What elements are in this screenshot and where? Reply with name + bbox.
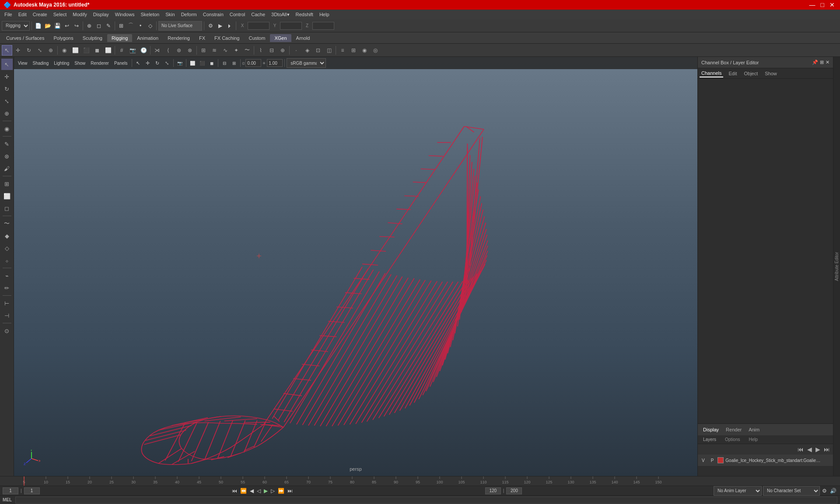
vp-wireframe-icon[interactable]: ⬜: [188, 59, 197, 67]
color-space-selector[interactable]: sRGB gamma: [287, 58, 326, 68]
motion-trail-tool[interactable]: ⌁: [1, 270, 13, 281]
tab-arnold[interactable]: Arnold: [292, 34, 315, 42]
vp-move-icon[interactable]: ✛: [144, 59, 152, 67]
next-key-button[interactable]: ⏩: [277, 488, 285, 494]
menu-3dtoall[interactable]: 3DtoAll▾: [269, 11, 292, 18]
xray-icon[interactable]: ⊡: [313, 45, 323, 56]
vp-render-icon[interactable]: ◼: [207, 59, 216, 67]
grid-icon[interactable]: #: [116, 45, 127, 56]
measure-tool[interactable]: ⊢: [1, 298, 13, 309]
viewport-renderer-menu[interactable]: Renderer: [88, 60, 111, 66]
viewport-lighting-menu[interactable]: Lighting: [52, 60, 71, 66]
playback-settings-icon[interactable]: ⚙: [821, 488, 828, 494]
transform-x-input[interactable]: [248, 22, 270, 30]
flat-shaded-icon[interactable]: ◼: [92, 45, 102, 56]
nparticle-icon[interactable]: ✦: [231, 45, 242, 56]
close-button[interactable]: ✕: [828, 1, 836, 8]
vp-film-gate-icon[interactable]: ⊞: [230, 59, 238, 67]
annotate-tool[interactable]: ⊣: [1, 310, 13, 321]
attr-editor-strip[interactable]: Attribute Editor: [833, 57, 840, 476]
menu-file[interactable]: File: [2, 11, 15, 18]
snap-point2-icon[interactable]: ·: [291, 45, 301, 56]
rotate-left-tool[interactable]: ↻: [1, 83, 13, 94]
menu-skeleton[interactable]: Skeleton: [138, 11, 162, 18]
viewport-shading-menu[interactable]: Shading: [31, 60, 51, 66]
range-end-input[interactable]: 200: [506, 487, 522, 494]
play-forward-button[interactable]: ▶: [263, 488, 269, 494]
anim-layer-tab[interactable]: Anim: [746, 426, 762, 433]
open-file-icon[interactable]: 📂: [43, 21, 52, 30]
vp-camera-icon[interactable]: 📷: [175, 59, 184, 67]
transform-z-input[interactable]: [312, 22, 334, 30]
menu-edit[interactable]: Edit: [16, 11, 29, 18]
universal-tool[interactable]: ⊕: [46, 45, 56, 56]
last-used-tool[interactable]: ◻: [1, 203, 13, 214]
scale-left-tool[interactable]: ⤡: [1, 95, 13, 107]
universal-left-tool[interactable]: ⊕: [1, 108, 13, 119]
tab-curves-surfaces[interactable]: Curves / Surfaces: [2, 34, 49, 42]
next-frame-button[interactable]: ▷: [270, 488, 276, 494]
vp-smooth-icon[interactable]: ⬛: [198, 59, 206, 67]
end-frame-input[interactable]: 120: [485, 487, 501, 494]
menu-create[interactable]: Create: [30, 11, 50, 18]
soft-mod-tool[interactable]: ◉: [1, 123, 13, 134]
ipr-render-icon[interactable]: ⏵: [225, 21, 234, 30]
ncloth-icon[interactable]: ≋: [209, 45, 220, 56]
snap-surface-icon[interactable]: ◇: [146, 21, 154, 30]
history-icon[interactable]: 🕐: [138, 45, 149, 56]
tab-xgen[interactable]: XGen: [270, 34, 291, 42]
layer-next-btn[interactable]: ⏭: [822, 446, 831, 453]
fluid-icon[interactable]: 〜: [242, 45, 252, 56]
nhair-icon[interactable]: ∿: [220, 45, 231, 56]
camera-icon[interactable]: 📷: [127, 45, 138, 56]
render-layer-tab[interactable]: Render: [723, 426, 744, 433]
tab-fx-caching[interactable]: FX Caching: [210, 34, 244, 42]
tab-custom[interactable]: Custom: [245, 34, 270, 42]
layer-name[interactable]: Goalie_Ice_Hockey_Stick_mb_standart:Goal…: [725, 458, 822, 463]
display-layer-tab[interactable]: Display: [700, 426, 721, 433]
menu-windows[interactable]: Windows: [112, 11, 137, 18]
scale-tool[interactable]: ⤡: [35, 45, 45, 56]
deformer-icon[interactable]: ⌇: [256, 45, 266, 56]
default-object-tool[interactable]: ⬜: [1, 190, 13, 202]
object-tab[interactable]: Object: [742, 70, 760, 77]
weight-icon[interactable]: ⊗: [185, 45, 195, 56]
constraint-icon[interactable]: ⊞: [198, 45, 209, 56]
blend-icon[interactable]: ⊕: [277, 45, 288, 56]
wireframe-icon[interactable]: ⬜: [70, 45, 80, 56]
viewport-panels-menu[interactable]: Panels: [112, 60, 130, 66]
start-frame-input[interactable]: 1: [3, 487, 18, 494]
undo-icon[interactable]: ↩: [63, 21, 71, 30]
bbox-icon[interactable]: ⬜: [103, 45, 113, 56]
snap-point-icon[interactable]: •: [136, 21, 145, 30]
menu-modify[interactable]: Modify: [70, 11, 89, 18]
layer-forward-btn[interactable]: ▶: [814, 446, 822, 453]
lattice-icon[interactable]: ⊟: [266, 45, 277, 56]
timeline-ruler[interactable]: 5 10 15 20 25 30 35 40 45 50 55 60 65 70…: [0, 476, 840, 486]
backface-icon[interactable]: ◫: [324, 45, 334, 56]
lasso-icon[interactable]: ◻: [94, 21, 103, 30]
render-settings-icon[interactable]: ⚙: [206, 21, 215, 30]
display-layer-icon[interactable]: ≡: [337, 45, 348, 56]
grease-pencil-tool[interactable]: ✏: [1, 282, 13, 294]
menu-display[interactable]: Display: [91, 11, 112, 18]
viewport-show-menu[interactable]: Show: [72, 60, 88, 66]
channel-box-pin-icon[interactable]: 📌: [812, 60, 818, 65]
menu-deform[interactable]: Deform: [178, 11, 200, 18]
tab-polygons[interactable]: Polygons: [49, 34, 77, 42]
minimize-button[interactable]: —: [808, 1, 817, 8]
redo-icon[interactable]: ↪: [72, 21, 81, 30]
current-frame-input[interactable]: 1: [24, 487, 40, 494]
menu-cache[interactable]: Cache: [248, 11, 268, 18]
edit-tab[interactable]: Edit: [727, 70, 738, 77]
select-tool-icon[interactable]: ⊕: [85, 21, 94, 30]
skin-icon[interactable]: ⊛: [174, 45, 184, 56]
prev-frame-button[interactable]: ◀: [249, 488, 255, 494]
render-icon[interactable]: ▶: [216, 21, 224, 30]
pass-icon[interactable]: ◉: [359, 45, 370, 56]
channels-tab[interactable]: Channels: [700, 70, 723, 77]
move-left-tool[interactable]: ✛: [1, 71, 13, 82]
layer-back-btn[interactable]: ◀: [806, 446, 813, 453]
tab-fx[interactable]: FX: [195, 34, 210, 42]
soft-select-icon[interactable]: ◉: [59, 45, 70, 56]
